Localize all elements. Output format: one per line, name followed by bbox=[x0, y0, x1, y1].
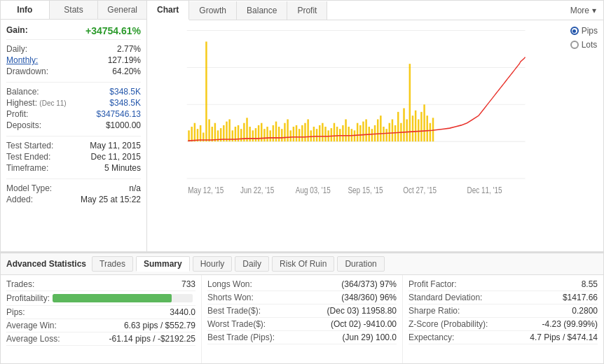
svg-text:20K%: 20K% bbox=[163, 98, 182, 107]
profitability-bar-container bbox=[53, 294, 193, 302]
best-trade-usd-value: (Dec 03) 11958.80 bbox=[327, 306, 397, 316]
svg-text:60K%: 60K% bbox=[163, 24, 182, 34]
svg-rect-51 bbox=[307, 119, 308, 141]
svg-rect-87 bbox=[412, 115, 413, 141]
deposits-label: Deposits: bbox=[6, 120, 41, 130]
worst-trade-usd-row: Worst Trade($): (Oct 02) -9410.00 bbox=[207, 318, 397, 331]
pips-radio-circle bbox=[570, 27, 579, 35]
tab-stats[interactable]: Stats bbox=[50, 1, 99, 19]
expectancy-row: Expectancy: 4.7 Pips / $474.14 bbox=[409, 331, 598, 344]
svg-text:Oct 27, '15: Oct 27, '15 bbox=[403, 186, 437, 195]
shorts-won-row: Shorts Won: (348/360) 96% bbox=[207, 291, 397, 304]
monthly-label[interactable]: Monthly: bbox=[6, 55, 38, 65]
svg-rect-73 bbox=[371, 129, 373, 141]
svg-rect-17 bbox=[208, 119, 210, 141]
svg-text:May 12, '15: May 12, '15 bbox=[188, 186, 224, 195]
tab-general[interactable]: General bbox=[98, 1, 146, 19]
svg-rect-24 bbox=[228, 119, 230, 141]
bottom-tab-hourly[interactable]: Hourly bbox=[193, 256, 233, 272]
timeframe-label: Timeframe: bbox=[6, 163, 48, 173]
pips-label: Pips bbox=[582, 26, 598, 36]
chart-tab-balance[interactable]: Balance bbox=[237, 1, 287, 20]
svg-rect-70 bbox=[362, 122, 364, 142]
chart-tab-chart[interactable]: Chart bbox=[147, 1, 189, 20]
test-ended-label: Test Ended: bbox=[6, 152, 50, 162]
svg-rect-79 bbox=[389, 123, 390, 141]
svg-rect-10 bbox=[188, 130, 189, 141]
main-container: Info Stats General Gain: +34754.61% Dail… bbox=[0, 0, 604, 364]
svg-rect-42 bbox=[281, 129, 282, 141]
chart-more-button[interactable]: More ▾ bbox=[563, 3, 603, 18]
financial-stats: Balance: $348.5K Highest: (Dec 11) $348.… bbox=[6, 87, 141, 130]
bottom-header: Advanced Statistics Trades Summary Hourl… bbox=[1, 253, 603, 275]
balance-label: Balance: bbox=[6, 87, 39, 97]
profit-label: Profit: bbox=[6, 109, 28, 119]
daily-value: 2.77% bbox=[117, 44, 141, 54]
added-row: Added: May 25 at 15:22 bbox=[6, 195, 141, 204]
svg-rect-40 bbox=[275, 122, 277, 142]
chart-svg: 60K% 40K% 20K% 0% -20K% bbox=[147, 20, 603, 251]
shorts-won-label: Shorts Won: bbox=[207, 293, 254, 302]
daily-row: Daily: 2.77% bbox=[6, 44, 141, 54]
drawdown-row: Drawdown: 64.20% bbox=[6, 66, 141, 76]
bottom-tab-trades[interactable]: Trades bbox=[92, 256, 133, 272]
bottom-tab-summary[interactable]: Summary bbox=[136, 256, 190, 272]
svg-rect-14 bbox=[200, 125, 201, 141]
svg-rect-55 bbox=[319, 125, 320, 141]
bottom-tab-risk[interactable]: Risk Of Ruin bbox=[272, 256, 334, 272]
svg-rect-78 bbox=[385, 129, 387, 141]
svg-rect-45 bbox=[289, 130, 291, 141]
test-started-label: Test Started: bbox=[6, 141, 53, 150]
avg-loss-row: Average Loss: -61.14 pips / -$2192.25 bbox=[6, 332, 195, 346]
tab-info[interactable]: Info bbox=[1, 1, 50, 19]
test-started-row: Test Started: May 11, 2015 bbox=[6, 141, 141, 150]
pips-stat-value: 3440.0 bbox=[170, 307, 195, 317]
svg-rect-81 bbox=[394, 125, 396, 141]
balance-value: $348.5K bbox=[109, 87, 141, 97]
svg-rect-56 bbox=[322, 123, 323, 141]
monthly-row: Monthly: 127.19% bbox=[6, 55, 141, 65]
lots-radio[interactable]: Lots bbox=[570, 40, 598, 50]
svg-rect-50 bbox=[304, 123, 306, 141]
svg-rect-93 bbox=[430, 123, 431, 141]
best-trade-usd-row: Best Trade($): (Dec 03) 11958.80 bbox=[207, 304, 397, 318]
left-panel: Info Stats General Gain: +34754.61% Dail… bbox=[0, 0, 147, 252]
bottom-tab-duration[interactable]: Duration bbox=[337, 256, 384, 272]
svg-rect-77 bbox=[383, 127, 384, 141]
svg-rect-71 bbox=[365, 119, 366, 141]
longs-won-row: Longs Won: (364/373) 97% bbox=[207, 278, 397, 291]
test-ended-row: Test Ended: Dec 11, 2015 bbox=[6, 152, 141, 162]
stats-col-2: Longs Won: (364/373) 97% Shorts Won: (34… bbox=[202, 275, 403, 363]
bottom-content: Trades: 733 Profitability: Pips: 3440.0 … bbox=[1, 275, 603, 363]
more-label: More bbox=[570, 6, 589, 15]
expectancy-label: Expectancy: bbox=[409, 332, 454, 342]
profitability-label: Profitability: bbox=[6, 293, 50, 303]
gain-value: +34754.61% bbox=[85, 25, 141, 36]
sharpe-row: Sharpe Ratio: 0.2800 bbox=[409, 304, 598, 318]
drawdown-value: 64.20% bbox=[112, 66, 141, 76]
profitability-row: Profitability: bbox=[6, 291, 195, 306]
svg-text:Jun 22, '15: Jun 22, '15 bbox=[240, 186, 274, 195]
svg-rect-54 bbox=[316, 129, 317, 141]
svg-rect-89 bbox=[418, 119, 419, 141]
svg-rect-38 bbox=[269, 130, 270, 141]
pips-radio[interactable]: Pips bbox=[570, 26, 598, 36]
avg-win-row: Average Win: 6.63 pips / $552.79 bbox=[6, 319, 195, 332]
pips-row: Pips: 3440.0 bbox=[6, 306, 195, 319]
longs-won-value: (364/373) 97% bbox=[341, 279, 397, 289]
svg-rect-88 bbox=[415, 111, 416, 141]
longs-won-label: Longs Won: bbox=[207, 279, 252, 289]
chart-tab-profit[interactable]: Profit bbox=[287, 1, 327, 20]
chart-tab-growth[interactable]: Growth bbox=[189, 1, 237, 20]
highest-value: $348.5K bbox=[109, 98, 141, 108]
best-trade-pips-label: Best Trade (Pips): bbox=[207, 332, 275, 342]
svg-rect-84 bbox=[403, 108, 404, 142]
svg-rect-90 bbox=[420, 112, 422, 141]
svg-rect-91 bbox=[423, 104, 425, 141]
svg-rect-19 bbox=[214, 123, 216, 141]
svg-rect-37 bbox=[266, 127, 268, 141]
avg-loss-value: -61.14 pips / -$2192.25 bbox=[109, 334, 195, 344]
profit-factor-row: Profit Factor: 8.55 bbox=[409, 278, 598, 291]
bottom-tab-daily[interactable]: Daily bbox=[235, 256, 269, 272]
stats-col-1: Trades: 733 Profitability: Pips: 3440.0 … bbox=[1, 275, 202, 363]
